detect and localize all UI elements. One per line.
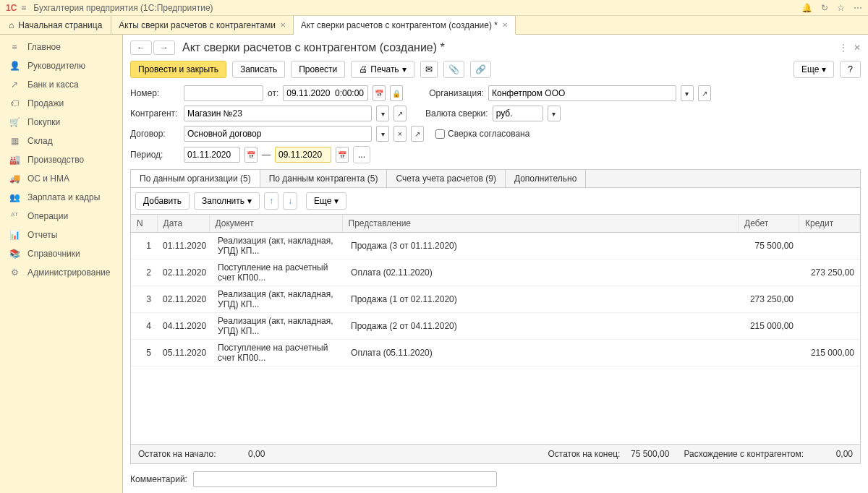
cell-doc: Реализация (акт, накладная, УПД) КП... [212, 233, 345, 260]
cell-debit [739, 260, 799, 286]
cell-credit [799, 286, 860, 313]
mail-button[interactable]: ✉ [420, 61, 438, 78]
page-title: Акт сверки расчетов с контрагентом (созд… [182, 41, 832, 54]
sidebar-item-0[interactable]: ≡Главное [0, 38, 122, 56]
dropdown-icon[interactable]: ▾ [376, 106, 389, 121]
cell-n: 5 [131, 340, 157, 366]
back-button[interactable]: ← [130, 40, 152, 55]
number-input[interactable] [184, 85, 263, 101]
col-header[interactable]: Дата [157, 215, 209, 233]
col-header[interactable]: N [131, 215, 157, 233]
sidebar-item-7[interactable]: 🚚ОС и НМА [0, 169, 122, 188]
table-row[interactable]: 302.11.2020Реализация (акт, накладная, У… [131, 286, 860, 313]
sidebar-label: Справочники [27, 249, 80, 259]
post-and-close-button[interactable]: Провести и закрыть [130, 61, 226, 78]
subtab-2[interactable]: Счета учета расчетов (9) [387, 170, 505, 187]
sidebar-item-4[interactable]: 🛒Покупки [0, 113, 122, 132]
sidebar-item-12[interactable]: ⚙Администрирование [0, 263, 122, 282]
sidebar-item-9[interactable]: ᴬᵀОперации [0, 207, 122, 226]
move-down-button[interactable]: ↓ [283, 192, 297, 210]
kebab-icon[interactable]: ⋮ [839, 43, 848, 53]
dropdown-icon[interactable]: ▾ [376, 126, 389, 142]
period-select-button[interactable]: ... [353, 146, 370, 163]
tab-1[interactable]: Акты сверки расчетов с контрагентами ✕ [111, 16, 293, 34]
balance-footer: Остаток на начало: 0,00 Остаток на конец… [130, 445, 861, 464]
home-tab[interactable]: ⌂ Начальная страница [0, 16, 111, 34]
table-row[interactable]: 404.11.2020Реализация (акт, накладная, У… [131, 313, 860, 340]
open-icon[interactable]: ↗ [393, 106, 407, 121]
period-label: Период: [130, 150, 179, 160]
sidebar-label: Покупки [27, 117, 60, 127]
sidebar-item-5[interactable]: ▦Склад [0, 132, 122, 150]
sidebar-item-6[interactable]: 🏭Производство [0, 150, 122, 169]
move-up-button[interactable]: ↑ [264, 192, 278, 210]
tab-2-label: Акт сверки расчетов с контрагентом (созд… [301, 20, 498, 30]
calendar-icon[interactable]: 📅 [373, 85, 386, 101]
open-icon[interactable]: ↗ [698, 85, 711, 101]
dropdown-icon[interactable]: ▾ [548, 106, 561, 121]
cell-credit [799, 233, 860, 260]
subtab-0[interactable]: По данным организации (5) [131, 170, 260, 187]
col-header[interactable]: Дебет [739, 215, 799, 233]
post-button[interactable]: Провести [291, 61, 345, 78]
menu-icon[interactable]: ≡ [21, 3, 26, 13]
close-icon[interactable]: ✕ [280, 21, 286, 29]
star-icon[interactable]: ☆ [837, 3, 845, 13]
comment-input[interactable] [193, 471, 497, 487]
help-button[interactable]: ? [840, 61, 861, 78]
clear-icon[interactable]: × [393, 126, 407, 142]
subtab-3[interactable]: Дополнительно [506, 170, 586, 187]
col-header[interactable]: Представление [342, 215, 739, 233]
sidebar-item-8[interactable]: 👥Зарплата и кадры [0, 188, 122, 207]
add-button[interactable]: Добавить [135, 192, 190, 210]
org-input[interactable] [488, 85, 676, 101]
sidebar-item-10[interactable]: 📊Отчеты [0, 226, 122, 244]
bell-icon[interactable]: 🔔 [801, 3, 812, 13]
more-button[interactable]: Еще ▾ [793, 61, 834, 78]
close-icon[interactable]: ✕ [502, 21, 508, 29]
open-icon[interactable]: ↗ [411, 126, 424, 142]
sidebar-label: Зарплата и кадры [27, 192, 100, 202]
more-icon[interactable]: ⋯ [854, 3, 862, 13]
contract-input[interactable] [184, 126, 372, 142]
period-from-input[interactable] [184, 147, 240, 163]
lock-icon[interactable]: 🔒 [390, 85, 403, 101]
sidebar-item-3[interactable]: 🏷Продажи [0, 94, 122, 113]
cell-debit: 75 500,00 [739, 233, 799, 260]
attach-button[interactable]: 📎 [443, 61, 464, 78]
cell-credit: 215 000,00 [799, 340, 860, 366]
calendar-icon[interactable]: 📅 [336, 147, 349, 163]
inner-more-button[interactable]: Еще ▾ [306, 192, 346, 210]
table-row[interactable]: 202.11.2020Поступление на расчетный счет… [131, 260, 860, 286]
sidebar-item-2[interactable]: ↗Банк и касса [0, 75, 122, 94]
currency-input[interactable] [493, 106, 543, 121]
titlebar: 1C ≡ Бухгалтерия предприятия (1С:Предпри… [0, 0, 868, 16]
calendar-icon[interactable]: 📅 [244, 147, 258, 163]
sidebar-label: Склад [27, 136, 53, 146]
titlebar-right: 🔔 ↻ ☆ ⋯ [801, 3, 862, 13]
counterparty-input[interactable] [184, 106, 372, 121]
agreed-checkbox[interactable] [435, 129, 445, 139]
save-button[interactable]: Записать [232, 61, 285, 78]
cell-date: 05.11.2020 [157, 340, 212, 366]
history-icon[interactable]: ↻ [821, 3, 828, 13]
fill-button[interactable]: Заполнить ▾ [194, 192, 260, 210]
sidebar-icon: ↗ [9, 80, 20, 90]
forward-button[interactable]: → [153, 40, 175, 55]
related-button[interactable]: 🔗 [470, 61, 491, 78]
sidebar-item-11[interactable]: 📚Справочники [0, 244, 122, 263]
table-row[interactable]: 101.11.2020Реализация (акт, накладная, У… [131, 233, 860, 260]
table-row[interactable]: 505.11.2020Поступление на расчетный счет… [131, 340, 860, 366]
col-header[interactable]: Кредит [799, 215, 860, 233]
sidebar-item-1[interactable]: 👤Руководителю [0, 56, 122, 75]
dropdown-icon[interactable]: ▾ [681, 85, 694, 101]
print-button[interactable]: 🖨 Печать ▾ [351, 61, 414, 78]
subtab-1[interactable]: По данным контрагента (5) [260, 170, 388, 187]
tab-2[interactable]: Акт сверки расчетов с контрагентом (созд… [294, 16, 516, 35]
col-header[interactable]: Документ [209, 215, 342, 233]
datetime-input[interactable] [283, 85, 368, 101]
period-to-input[interactable] [275, 147, 331, 163]
close-page-icon[interactable]: ✕ [854, 43, 861, 53]
sidebar-icon: 🏭 [9, 155, 20, 165]
contract-label: Договор: [130, 129, 179, 139]
